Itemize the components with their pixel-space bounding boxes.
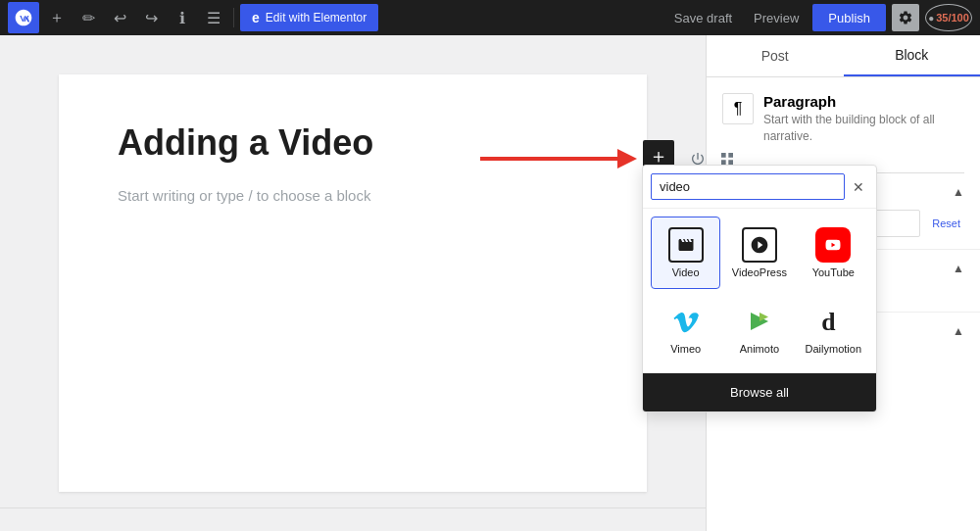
edit-tool-button[interactable]: ✏ (74, 4, 102, 31)
tools-button[interactable]: ☰ (200, 4, 227, 31)
browse-all-button-popup[interactable]: Browse all (643, 373, 876, 411)
add-block-button[interactable]: ＋ (43, 4, 71, 31)
animoto-label: Animoto (740, 343, 779, 355)
videopress-label: VideoPress (732, 266, 787, 278)
save-draft-button[interactable]: Save draft (666, 7, 740, 29)
video-icon (668, 227, 704, 263)
editor-content: Adding a Video Start writing or type / t… (59, 74, 647, 492)
paragraph-title: Paragraph (763, 93, 964, 110)
toolbar: ＋ ✏ ↩ ↪ ℹ ☰ e Edit with Elementor Save d… (0, 0, 980, 35)
paragraph-desc: Start with the building block of all nar… (763, 112, 964, 145)
bottom-bar (0, 507, 706, 531)
block-search-input[interactable] (651, 173, 845, 200)
info-button[interactable]: ℹ (169, 4, 196, 31)
vimeo-label: Vimeo (670, 343, 701, 355)
elementor-e-icon: e (252, 10, 260, 25)
toolbar-divider (233, 8, 234, 27)
block-item-youtube[interactable]: YouTube (799, 217, 868, 289)
font-size-reset-button[interactable]: Reset (928, 216, 964, 231)
vimeo-icon (668, 304, 704, 339)
paragraph-info: Paragraph Start with the building block … (763, 93, 964, 145)
block-item-animoto[interactable]: Animoto (724, 293, 794, 365)
redo-button[interactable]: ↪ (137, 4, 165, 31)
paragraph-icon: ¶ (722, 93, 754, 124)
search-row: ✕ (643, 166, 876, 209)
search-clear-button[interactable]: ✕ (849, 177, 868, 197)
video-label: Video (672, 266, 700, 278)
block-item-vimeo[interactable]: Vimeo (651, 293, 720, 365)
elementor-button[interactable]: e Edit with Elementor (240, 4, 378, 31)
elementor-label: Edit with Elementor (266, 11, 367, 24)
youtube-label: YouTube (812, 266, 855, 278)
block-hint: Start writing or type / to choose a bloc… (118, 187, 588, 204)
tab-post[interactable]: Post (707, 35, 844, 76)
svg-text:d: d (822, 308, 836, 335)
main-container: Adding a Video Start writing or type / t… (0, 35, 980, 531)
undo-button[interactable]: ↩ (106, 4, 133, 31)
direction-arrow (480, 149, 637, 169)
dailymotion-label: Dailymotion (806, 343, 861, 355)
videopress-icon (742, 227, 777, 263)
publish-button[interactable]: Publish (812, 4, 886, 31)
block-item-video[interactable]: Video (651, 217, 720, 289)
sidebar-tabs: Post Block (707, 35, 980, 77)
blocks-grid: Video VideoPress YouTube (643, 209, 876, 373)
paragraph-header: ¶ Paragraph Start with the building bloc… (722, 93, 964, 145)
preview-button[interactable]: Preview (746, 7, 807, 29)
drop-cap-collapse[interactable]: ▲ (953, 262, 964, 275)
settings-button[interactable] (892, 4, 919, 31)
block-item-videopress[interactable]: VideoPress (724, 217, 794, 289)
block-inserter-popup: ✕ Video VideoPress (642, 165, 877, 412)
paragraph-section: ¶ Paragraph Start with the building bloc… (707, 77, 980, 172)
youtube-icon (815, 227, 851, 263)
animoto-icon (742, 304, 777, 339)
gear-icon (898, 10, 913, 25)
toolbar-right: Save draft Preview Publish ● 35/100 (666, 4, 972, 31)
typography-collapse[interactable]: ▲ (953, 185, 964, 199)
wordpress-icon (14, 8, 33, 27)
seo-score-badge: ● 35/100 (925, 4, 972, 31)
tab-block[interactable]: Block (844, 35, 981, 76)
extra-collapse[interactable]: ▲ (953, 324, 964, 338)
custom-font-size-input[interactable] (871, 210, 920, 237)
editor-area: Adding a Video Start writing or type / t… (0, 35, 706, 531)
wp-logo (8, 2, 39, 33)
block-item-dailymotion[interactable]: d Dailymotion (799, 293, 868, 365)
dailymotion-icon: d (815, 304, 851, 339)
